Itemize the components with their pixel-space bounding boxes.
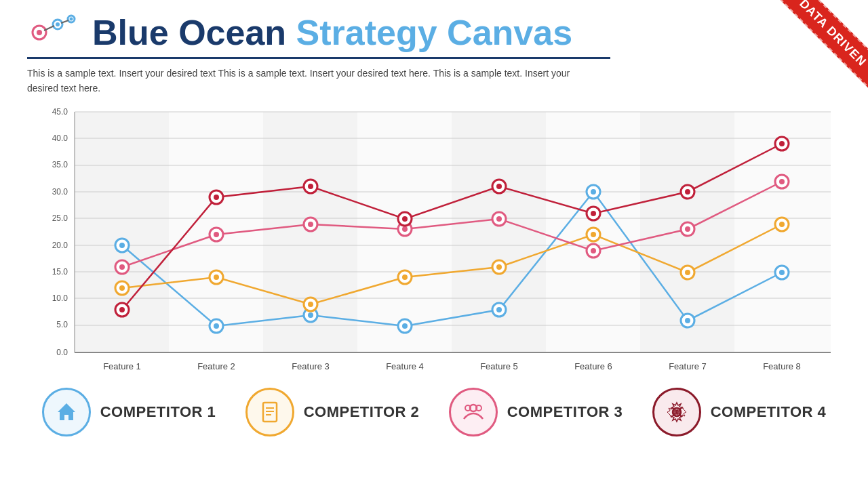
svg-point-53: [402, 323, 408, 329]
svg-point-85: [402, 226, 408, 232]
svg-point-55: [496, 307, 502, 312]
svg-text:40.0: 40.0: [52, 134, 68, 143]
svg-point-105: [591, 211, 596, 216]
svg-text:20.0: 20.0: [52, 241, 68, 250]
svg-text:45.0: 45.0: [52, 107, 68, 117]
svg-point-93: [779, 179, 785, 184]
svg-point-73: [591, 232, 596, 237]
svg-point-77: [779, 222, 785, 227]
svg-point-5: [70, 18, 73, 21]
page-title: Blue Ocean Strategy Canvas: [92, 15, 572, 50]
title-underline: [27, 57, 610, 59]
competitor3-icon: [449, 388, 498, 436]
svg-point-3: [56, 22, 60, 26]
header: Blue Ocean Strategy Canvas This is a sam…: [0, 0, 868, 96]
svg-text:15.0: 15.0: [52, 267, 68, 277]
svg-point-79: [119, 264, 125, 270]
svg-point-97: [214, 195, 219, 200]
svg-point-71: [496, 264, 502, 270]
legend-item-4: COMPETITOR 4: [637, 388, 841, 436]
svg-point-109: [779, 141, 785, 146]
svg-point-63: [119, 285, 125, 291]
svg-point-49: [214, 323, 219, 329]
svg-text:Feature 1: Feature 1: [103, 361, 141, 371]
chart-container: 45.0 40.0 35.0 30.0 25.0 20.0 15.0 10.0 …: [27, 102, 841, 380]
svg-point-57: [591, 189, 596, 195]
competitor1-label: COMPETITOR 1: [100, 403, 216, 421]
subtitle: This is a sample text. Insert your desir…: [27, 66, 583, 96]
competitor2-label: COMPETITOR 2: [304, 403, 420, 421]
svg-point-51: [308, 312, 313, 318]
svg-point-107: [685, 189, 690, 195]
chart-svg: 45.0 40.0 35.0 30.0 25.0 20.0 15.0 10.0 …: [27, 102, 841, 380]
title-row: Blue Ocean Strategy Canvas: [27, 12, 841, 53]
svg-text:5.0: 5.0: [56, 320, 68, 329]
legend-item-3: COMPETITOR 3: [434, 388, 637, 436]
title-part1: Blue Ocean: [92, 13, 286, 52]
svg-text:Feature 5: Feature 5: [480, 361, 518, 371]
svg-point-65: [214, 274, 219, 280]
legend-item-2: COMPETITOR 2: [231, 388, 434, 436]
svg-text:Feature 6: Feature 6: [574, 361, 612, 371]
svg-point-95: [119, 307, 125, 312]
legend-item-1: COMPETITOR 1: [27, 388, 231, 436]
svg-point-1: [37, 30, 42, 35]
svg-point-91: [685, 226, 690, 232]
svg-text:Feature 4: Feature 4: [386, 361, 424, 371]
svg-point-61: [779, 270, 785, 275]
svg-text:35.0: 35.0: [52, 160, 68, 169]
svg-text:0.0: 0.0: [56, 348, 68, 357]
svg-point-47: [119, 243, 125, 248]
svg-point-118: [675, 411, 678, 413]
svg-point-81: [214, 232, 219, 237]
svg-point-99: [308, 184, 313, 189]
svg-point-59: [685, 318, 690, 323]
competitor4-label: COMPETITOR 4: [711, 403, 827, 421]
svg-text:Feature 7: Feature 7: [669, 361, 707, 371]
logo-icon: [27, 12, 81, 53]
svg-point-83: [308, 222, 313, 227]
svg-point-69: [402, 274, 408, 280]
svg-point-101: [402, 216, 408, 222]
svg-text:Feature 3: Feature 3: [292, 361, 330, 371]
svg-text:25.0: 25.0: [52, 214, 68, 223]
competitor1-icon: [42, 388, 91, 436]
corner-ribbon: DATA DRIVEN: [746, 0, 868, 122]
svg-point-89: [591, 248, 596, 253]
competitor3-label: COMPETITOR 3: [507, 403, 623, 421]
legend: COMPETITOR 1 COMPETITOR 2 COMPETITOR 3: [0, 381, 868, 436]
chart-wrapper: 45.0 40.0 35.0 30.0 25.0 20.0 15.0 10.0 …: [0, 102, 868, 380]
svg-point-103: [496, 184, 502, 189]
svg-text:10.0: 10.0: [52, 293, 68, 303]
competitor4-icon: [652, 388, 701, 436]
svg-text:Feature 2: Feature 2: [197, 361, 235, 371]
svg-point-87: [496, 216, 502, 222]
ribbon-text: DATA DRIVEN: [775, 0, 868, 91]
title-part2: Strategy Canvas: [296, 13, 573, 52]
competitor2-icon: [245, 388, 294, 436]
svg-text:Feature 8: Feature 8: [763, 361, 801, 371]
svg-text:30.0: 30.0: [52, 187, 68, 197]
svg-point-67: [308, 302, 313, 307]
svg-point-75: [685, 270, 690, 275]
